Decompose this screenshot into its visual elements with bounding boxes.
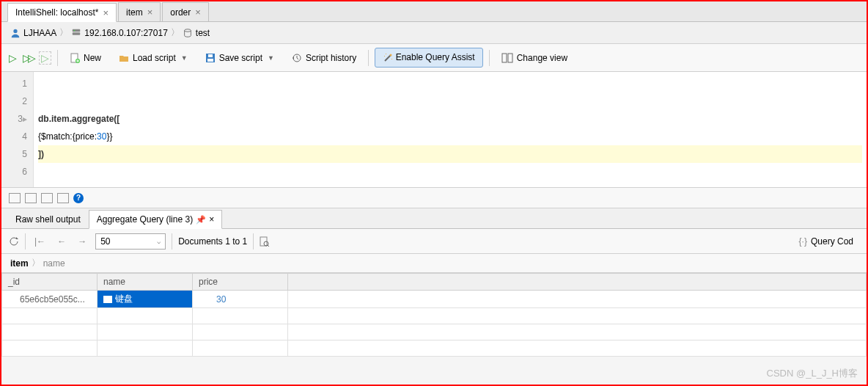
run-button[interactable]: ▷ bbox=[9, 52, 17, 64]
separator bbox=[368, 50, 369, 66]
limit-value: 50 bbox=[100, 236, 110, 247]
new-button[interactable]: New bbox=[64, 50, 107, 66]
col-name[interactable]: name bbox=[98, 274, 193, 291]
col-id[interactable]: _id bbox=[2, 274, 98, 291]
view-mode-button[interactable] bbox=[9, 193, 21, 203]
help-icon[interactable]: ? bbox=[73, 193, 84, 203]
cell-price[interactable]: 12330 bbox=[193, 291, 288, 308]
tab-order[interactable]: order × bbox=[162, 2, 209, 21]
next-page-button[interactable]: → bbox=[75, 235, 89, 248]
limit-select[interactable]: 50 ⌵ bbox=[95, 233, 166, 250]
label: Query Cod bbox=[811, 236, 853, 247]
code-number: 30 bbox=[97, 131, 106, 142]
separator bbox=[25, 233, 26, 250]
separator bbox=[489, 50, 490, 66]
code-editor[interactable]: 1 2 3▸ 4 5 6 db.item.aggregate([ {$match… bbox=[1, 72, 867, 188]
history-icon bbox=[292, 53, 302, 63]
user-icon bbox=[10, 28, 21, 38]
separator bbox=[57, 50, 58, 66]
close-icon[interactable]: × bbox=[103, 7, 108, 18]
code-text: ]) bbox=[38, 149, 44, 159]
change-view-button[interactable]: Change view bbox=[496, 50, 573, 66]
view-mode-button[interactable] bbox=[25, 193, 37, 203]
bc-db: test bbox=[196, 28, 210, 38]
editor-tabs: IntelliShell: localhost* × item × order … bbox=[1, 1, 867, 22]
view-mode-button[interactable] bbox=[41, 193, 53, 203]
code-area[interactable]: db.item.aggregate([ {$match:{price:30}} … bbox=[34, 72, 867, 187]
label: Script history bbox=[306, 53, 356, 63]
string-icon bbox=[103, 296, 112, 303]
prev-page-button[interactable]: ← bbox=[54, 235, 69, 248]
type-badge: 123 bbox=[199, 295, 214, 304]
load-script-button[interactable]: Load script ▼ bbox=[113, 50, 194, 66]
chevron-icon: 〉 bbox=[59, 26, 68, 39]
tab-item[interactable]: item × bbox=[118, 2, 161, 21]
tab-intellishell[interactable]: IntelliShell: localhost* × bbox=[7, 3, 117, 22]
enable-query-assist-button[interactable]: Enable Query Assist bbox=[375, 48, 482, 68]
tab-label: order bbox=[170, 7, 191, 18]
svg-rect-1 bbox=[73, 29, 81, 32]
columns-icon bbox=[501, 53, 513, 63]
table-row[interactable]: id65e6cb5e055c... 键盘 12330 bbox=[2, 291, 867, 308]
bc-user: LJHAAA bbox=[23, 28, 56, 38]
col-price[interactable]: price bbox=[193, 274, 288, 291]
line-gutter: 1 2 3▸ 4 5 6 bbox=[1, 72, 34, 187]
close-icon[interactable]: × bbox=[195, 7, 201, 18]
results-table: _id name price id65e6cb5e055c... 键盘 1233… bbox=[1, 273, 867, 357]
chevron-icon: 〉 bbox=[171, 26, 180, 39]
label: New bbox=[84, 53, 101, 63]
first-page-button[interactable]: |← bbox=[32, 235, 48, 248]
label: Enable Query Assist bbox=[396, 52, 475, 62]
wand-icon bbox=[383, 53, 393, 63]
result-breadcrumb: item 〉 name bbox=[1, 254, 867, 273]
tab-aggregate-query[interactable]: Aggregate Query (line 3) 📌 × bbox=[89, 210, 222, 229]
code-text: db.item.aggregate([ bbox=[38, 114, 119, 124]
svg-rect-12 bbox=[502, 54, 507, 62]
dropdown-icon: ▼ bbox=[268, 54, 274, 62]
cell-id[interactable]: id65e6cb5e055c... bbox=[2, 291, 98, 308]
line-number: 5 bbox=[1, 145, 33, 163]
search-icon[interactable] bbox=[260, 236, 270, 247]
line-number: 4 bbox=[1, 128, 33, 145]
folder-icon bbox=[119, 53, 129, 63]
table-row bbox=[2, 308, 867, 324]
bc-field: name bbox=[43, 258, 65, 269]
code-text: }} bbox=[106, 131, 112, 142]
bc-collection: item bbox=[10, 258, 29, 269]
line-number: 3▸ bbox=[1, 110, 33, 128]
refresh-icon[interactable] bbox=[9, 236, 19, 247]
editor-mini-toolbar: ? bbox=[1, 188, 867, 208]
result-toolbar: |← ← → 50 ⌵ Documents 1 to 1 {·} Query C… bbox=[1, 229, 867, 254]
separator bbox=[253, 233, 254, 250]
view-mode-button[interactable] bbox=[57, 193, 69, 203]
close-icon[interactable]: × bbox=[147, 7, 153, 18]
watermark: CSDN @_L_J_H博客 bbox=[767, 367, 858, 380]
script-history-button[interactable]: Script history bbox=[286, 50, 362, 66]
svg-point-0 bbox=[13, 29, 17, 32]
label: Change view bbox=[517, 53, 567, 63]
svg-rect-2 bbox=[73, 32, 81, 35]
tab-raw-shell[interactable]: Raw shell output bbox=[7, 209, 89, 228]
result-tabs: Raw shell output Aggregate Query (line 3… bbox=[1, 208, 867, 229]
query-code-button[interactable]: {·} Query Cod bbox=[793, 233, 859, 250]
col-empty bbox=[288, 274, 867, 291]
main-toolbar: ▷ ▷▷ ▷ New Load script ▼ Save script ▼ S… bbox=[1, 44, 867, 72]
close-icon[interactable]: × bbox=[209, 214, 214, 225]
svg-rect-9 bbox=[208, 54, 213, 57]
svg-point-11 bbox=[390, 54, 392, 56]
run-selection-button[interactable]: ▷ bbox=[39, 51, 51, 65]
dropdown-icon: ⌵ bbox=[157, 238, 161, 245]
save-script-button[interactable]: Save script ▼ bbox=[199, 50, 280, 66]
type-badge: id bbox=[8, 295, 18, 304]
chevron-icon: 〉 bbox=[32, 257, 40, 269]
dropdown-icon: ▼ bbox=[181, 54, 188, 62]
table-row bbox=[2, 324, 867, 341]
line-number: 1 bbox=[1, 75, 33, 92]
cell-name[interactable]: 键盘 bbox=[98, 291, 193, 308]
line-number: 6 bbox=[1, 163, 33, 181]
pin-icon[interactable]: 📌 bbox=[196, 215, 206, 225]
run-all-button[interactable]: ▷▷ bbox=[23, 52, 33, 64]
line-number: 2 bbox=[1, 92, 33, 110]
database-icon bbox=[183, 28, 193, 38]
svg-point-3 bbox=[74, 29, 76, 31]
